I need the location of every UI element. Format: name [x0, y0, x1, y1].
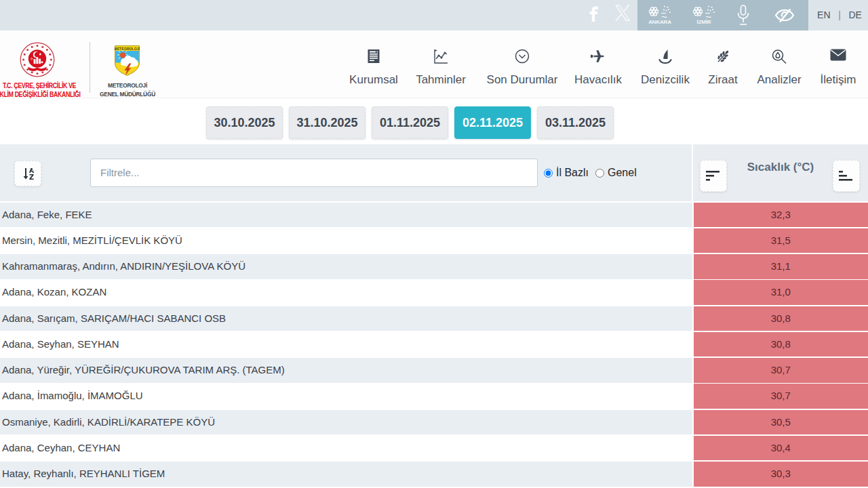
svg-text:METEOROLOJİ: METEOROLOJİ	[115, 47, 140, 51]
